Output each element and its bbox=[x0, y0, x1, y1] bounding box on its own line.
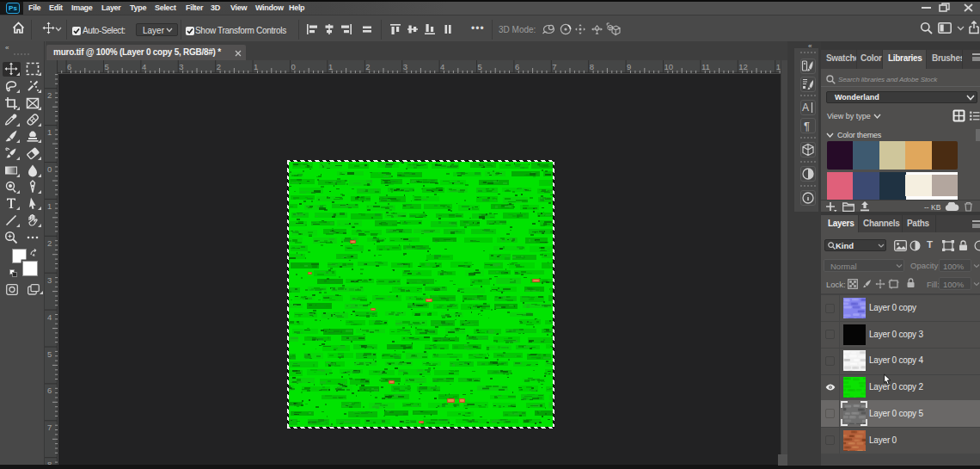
svg-text:12: 12 bbox=[738, 62, 748, 71]
svg-text:2: 2 bbox=[365, 62, 370, 71]
svg-text:3: 3 bbox=[179, 62, 183, 71]
svg-text:0: 0 bbox=[291, 62, 296, 71]
svg-text:6: 6 bbox=[47, 386, 52, 395]
svg-text:4: 4 bbox=[440, 62, 444, 71]
svg-text:2: 2 bbox=[217, 62, 221, 71]
svg-text:A: A bbox=[802, 102, 809, 114]
svg-text:5: 5 bbox=[47, 349, 52, 359]
svg-text:3: 3 bbox=[47, 275, 52, 285]
svg-text:4: 4 bbox=[47, 312, 52, 322]
svg-text:0: 0 bbox=[47, 164, 52, 174]
svg-text:10: 10 bbox=[665, 62, 674, 71]
svg-text:1: 1 bbox=[47, 127, 52, 137]
svg-text:6: 6 bbox=[67, 62, 71, 71]
svg-text:7: 7 bbox=[552, 62, 556, 71]
svg-text:11: 11 bbox=[701, 62, 710, 71]
svg-text:1: 1 bbox=[47, 201, 52, 211]
svg-text:2: 2 bbox=[47, 90, 52, 100]
svg-text:1: 1 bbox=[328, 62, 333, 71]
svg-text:5: 5 bbox=[105, 62, 109, 71]
svg-text:1: 1 bbox=[254, 62, 258, 71]
svg-text:9: 9 bbox=[627, 62, 631, 71]
svg-text:3: 3 bbox=[403, 62, 407, 71]
svg-text:2: 2 bbox=[47, 238, 52, 248]
svg-text:4: 4 bbox=[142, 62, 146, 71]
svg-text:¶: ¶ bbox=[804, 120, 810, 133]
svg-text:6: 6 bbox=[515, 62, 519, 71]
svg-text:5: 5 bbox=[478, 62, 482, 71]
svg-text:7: 7 bbox=[47, 423, 52, 432]
svg-text:8: 8 bbox=[590, 62, 594, 71]
